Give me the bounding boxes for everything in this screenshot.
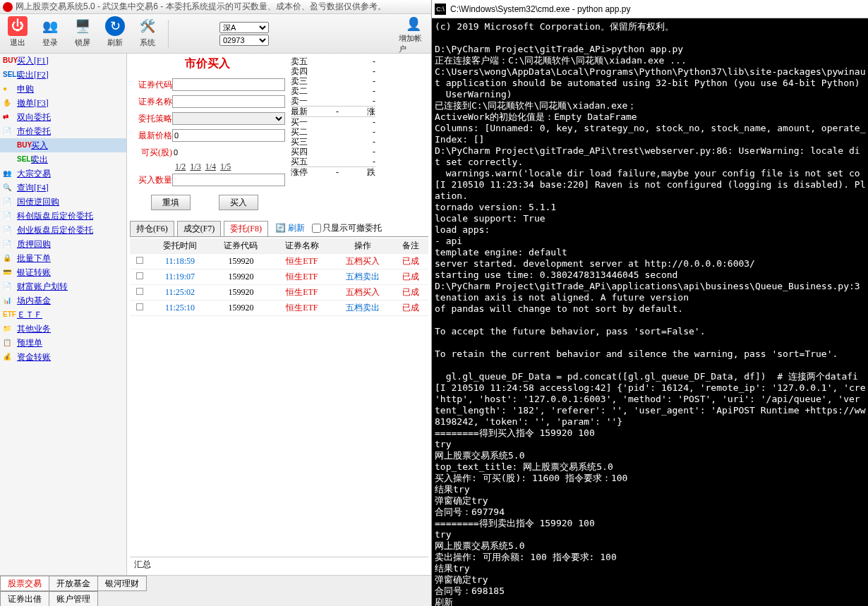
bottom-tab[interactable]: 开放基金 [49,576,98,591]
sidebar-item[interactable]: 💳银证转账 [0,265,126,279]
sidebar-icon: 📄 [3,212,14,220]
strategy-label: 委托策略 [130,113,172,125]
table-row[interactable]: 11:25:10159920恒生ETF五档卖出已成 [130,301,428,316]
price-input[interactable] [172,129,285,142]
add-user-icon: 👤 [404,16,423,32]
sidebar-item[interactable]: 👥大宗交易 [0,166,126,181]
sidebar-item[interactable]: ETFＥＴＦ [0,308,126,322]
tab-deal[interactable]: 成交(F7) [177,221,222,236]
login-button[interactable]: 👥登录 [35,16,65,51]
code-input[interactable] [172,78,285,91]
col-time: 委托时间 [150,238,210,254]
bottom-tab[interactable]: 账户管理 [49,591,98,606]
sidebar-item[interactable]: SELL卖出 [0,152,126,166]
quote-panel: 卖五-卖四-卖三-卖二-卖一-最新-涨买一-买二-买三-买四-买五-涨停-跌 [291,56,375,210]
sidebar-item[interactable]: 📄国债逆回购 [0,195,126,209]
cmd-output: (c) 2019 Microsoft Corporation。保留所有权利。 D… [432,18,868,606]
frac-half[interactable]: 1/2 [175,162,186,172]
sidebar-label: 财富账户划转 [17,281,68,293]
col-name: 证券名称 [272,238,332,254]
name-label: 证券名称 [130,96,172,108]
table-row[interactable]: 11:18:59159920恒生ETF五档买入已成 [130,254,428,269]
refresh-button[interactable]: ↻刷新 [100,16,130,51]
only-cancel-checkbox[interactable]: 只显示可撤委托 [312,222,382,234]
tab-order[interactable]: 委托(F8) [224,221,268,236]
sidebar-item[interactable]: BUY买入[F1] [0,54,126,68]
tab-position[interactable]: 持仓(F6) [130,221,174,236]
sidebar-item[interactable]: 💰资金转账 [0,350,126,364]
avail-value [172,146,285,159]
bottom-tab[interactable]: 银河理财 [97,576,147,591]
sidebar-item[interactable]: 📄财富账户划转 [0,279,126,293]
add-account-button[interactable]: 👤增加帐户 [399,16,428,51]
sidebar-item[interactable]: 📊场内基金 [0,293,126,308]
cmd-icon: C:\ [435,4,446,15]
sidebar-item[interactable]: 📄市价委托 [0,124,126,138]
reset-button[interactable]: 重填 [151,195,191,210]
sidebar-item[interactable]: 📁其他业务 [0,322,126,336]
sidebar-icon: ✋ [3,99,14,107]
sidebar-label: 质押回购 [17,238,51,250]
frac-fifth[interactable]: 1/5 [220,162,231,172]
sidebar-label: 撤单[F3] [17,97,49,109]
bottom-tab[interactable]: 证券出借 [0,591,49,606]
sidebar-label: 市价委托 [17,126,51,138]
col-code: 证券代码 [210,238,271,254]
table-row[interactable]: 11:25:02159920恒生ETF五档买入已成 [130,285,428,301]
exit-button[interactable]: ⏻退出 [3,16,32,51]
row-checkbox[interactable] [136,272,143,279]
sidebar-label: 银证转账 [17,267,51,279]
sidebar-item[interactable]: SELL卖出[F2] [0,68,126,82]
sidebar-icon: 📄 [3,282,14,291]
sidebar-item[interactable]: ✋撤单[F3] [0,96,126,110]
account-select[interactable]: 02973 [219,35,269,46]
buy-button[interactable]: 买入 [219,195,258,210]
market-select[interactable]: 深A [219,22,269,33]
frac-quarter[interactable]: 1/4 [205,162,216,172]
sidebar-item[interactable]: 🔍查询[F4] [0,181,126,195]
sidebar-icon: BUY [17,141,28,150]
sidebar-item[interactable]: 📄创业板盘后定价委托 [0,223,126,237]
tab-refresh-button[interactable]: 🔄 刷新 [275,222,305,234]
app-titlebar: 网上股票交易系统5.0 - 武汉集中交易6 - 本委托系统提示的可买数量、成本价… [0,0,431,14]
sidebar-label: 场内基金 [17,295,51,307]
table-row[interactable]: 11:19:07159920恒生ETF五档卖出已成 [130,269,428,285]
order-form: 市价买入 证券代码 证券名称 委托策略 最新价格 可买(股) 1/2 1/3 1… [130,56,285,210]
sidebar-label: 买入 [31,140,48,152]
col-note: 备注 [394,238,428,254]
sidebar-label: 买入[F1] [17,55,49,67]
order-tabs: 持仓(F6) 成交(F7) 委托(F8) 🔄 刷新 只显示可撤委托 [130,220,428,237]
lock-button[interactable]: 🖥️锁屏 [68,16,97,51]
name-input[interactable] [172,95,285,108]
sidebar-icon: 📄 [3,240,14,248]
row-checkbox[interactable] [136,257,143,264]
sidebar-item[interactable]: BUY买入 [0,138,126,152]
frac-third[interactable]: 1/3 [190,162,200,172]
sidebar-item[interactable]: 🔒批量下单 [0,251,126,265]
form-title: 市价买入 [130,56,285,71]
sidebar-item[interactable]: 📋预埋单 [0,336,126,350]
row-checkbox[interactable] [136,288,143,295]
sidebar-icon: ETF [3,310,14,319]
bottom-tab[interactable]: 股票交易 [0,576,49,591]
sidebar-item[interactable]: ●申购 [0,82,126,96]
sidebar-icon: 💳 [3,268,14,277]
order-table: 委托时间 证券代码 证券名称 操作 备注 11:18:59159920恒生ETF… [130,238,428,316]
sidebar-item[interactable]: 📄科创版盘后定价委托 [0,209,126,223]
system-button[interactable]: 🛠️系统 [133,16,162,51]
sidebar-label: 资金转账 [17,351,51,363]
sidebar-icon: 💰 [3,353,14,361]
refresh-icon: ↻ [105,16,125,36]
qty-input[interactable] [172,174,285,186]
strategy-select[interactable] [172,112,285,125]
sidebar-label: 创业板盘后定价委托 [17,224,93,236]
col-op: 操作 [332,238,393,254]
sidebar-item[interactable]: ⇄双向委托 [0,110,126,124]
sidebar-icon: 🔒 [3,254,14,262]
lock-icon: 🖥️ [73,16,92,36]
row-checkbox[interactable] [136,303,143,310]
sidebar-item[interactable]: 📄质押回购 [0,237,126,251]
bottom-tabs: 股票交易开放基金银河理财 证券出借账户管理 [0,575,431,606]
price-label: 最新价格 [130,130,172,142]
cmd-title-text: C:\Windows\System32\cmd.exe - python app… [450,4,630,14]
